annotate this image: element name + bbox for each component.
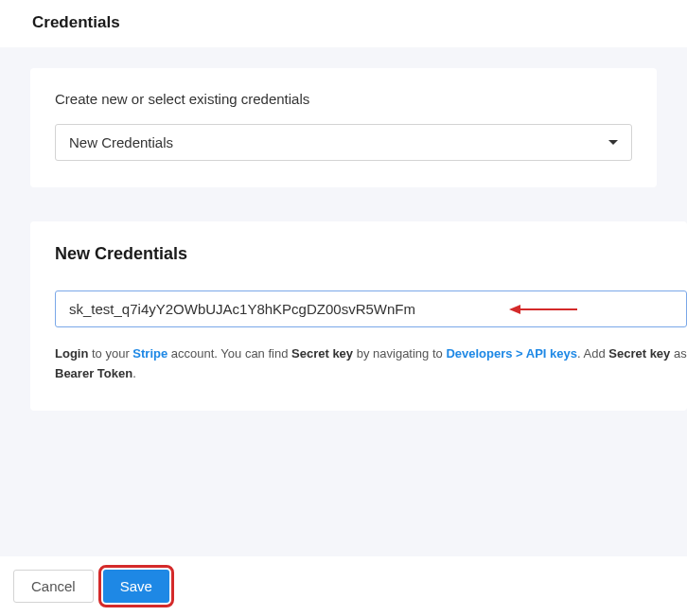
credentials-select-value: New Credentials bbox=[69, 134, 173, 150]
new-credentials-title: New Credentials bbox=[55, 244, 687, 264]
secret-key-input-wrap bbox=[55, 290, 687, 327]
chevron-down-icon bbox=[608, 140, 618, 145]
credentials-select-wrap: New Credentials bbox=[55, 124, 632, 161]
help-t5: as bbox=[670, 346, 686, 361]
footer-bar: Cancel Save bbox=[0, 556, 687, 616]
help-text: Login to your Stripe account. You can fi… bbox=[55, 344, 687, 384]
help-t3: by navigating to bbox=[353, 346, 446, 361]
select-credentials-label: Create new or select existing credential… bbox=[55, 91, 632, 107]
help-login-bold: Login bbox=[55, 346, 88, 361]
credentials-select[interactable]: New Credentials bbox=[55, 124, 632, 161]
secret-key-input[interactable] bbox=[55, 290, 687, 327]
page-title: Credentials bbox=[32, 13, 655, 32]
stripe-link[interactable]: Stripe bbox=[132, 346, 167, 361]
help-t2: account. You can find bbox=[167, 346, 291, 361]
help-bearer-bold: Bearer Token bbox=[55, 366, 132, 380]
help-t6: . bbox=[132, 366, 136, 380]
help-t1: to your bbox=[88, 346, 132, 361]
save-button[interactable]: Save bbox=[103, 570, 169, 603]
help-secretkey-bold2: Secret key bbox=[608, 346, 670, 361]
select-credentials-card: Create new or select existing credential… bbox=[30, 68, 657, 187]
help-secretkey-bold: Secret key bbox=[291, 346, 353, 361]
content-area: Create new or select existing credential… bbox=[0, 68, 687, 411]
cancel-button[interactable]: Cancel bbox=[13, 570, 94, 603]
new-credentials-card: New Credentials Login to your Stripe acc… bbox=[30, 221, 687, 411]
page-header: Credentials bbox=[0, 0, 687, 47]
developers-apikeys-link[interactable]: Developers > API keys bbox=[446, 346, 577, 361]
help-t4: . Add bbox=[577, 346, 608, 361]
